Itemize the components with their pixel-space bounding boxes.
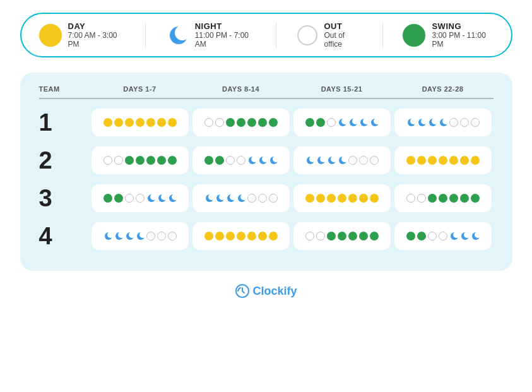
night-dot xyxy=(327,156,336,165)
day-dot xyxy=(439,156,447,165)
night-dot xyxy=(417,118,426,127)
dot-cell xyxy=(92,146,189,174)
col-days1: DAYS 1-7 xyxy=(90,85,191,93)
day-dot xyxy=(338,194,346,203)
legend-text-out: OUT Out of office xyxy=(324,21,362,49)
night-dot xyxy=(114,232,123,241)
legend-item-swing: SWING 3:00 PM - 11:00 PM xyxy=(403,21,493,49)
night-dot xyxy=(439,118,447,127)
swing-dot xyxy=(449,194,458,203)
table-row: 3 xyxy=(39,182,494,214)
dot-cell xyxy=(192,146,290,174)
out-dot xyxy=(226,156,235,165)
out-dot xyxy=(146,232,155,241)
legend-item-day: DAY 7:00 AM - 3:00 PM xyxy=(39,21,125,49)
day-dot xyxy=(103,118,112,127)
night-dot xyxy=(406,118,415,127)
legend-text-night: NIGHT 11:00 PM - 7:00 AM xyxy=(195,21,256,49)
table-row: 2 xyxy=(39,145,494,176)
out-dot xyxy=(258,194,267,203)
dot-cell xyxy=(92,184,189,212)
dot-cell xyxy=(192,222,290,250)
dot-cell xyxy=(293,222,391,250)
night-dot xyxy=(338,118,346,127)
night-dot xyxy=(258,156,267,165)
day-dot xyxy=(215,232,224,241)
out-dot xyxy=(327,118,336,127)
out-dot xyxy=(114,156,123,165)
day-dot xyxy=(370,194,379,203)
out-dot xyxy=(157,232,166,241)
legend-item-out: OUT Out of office xyxy=(297,21,362,49)
night-dot xyxy=(428,118,437,127)
night-dot xyxy=(168,194,177,203)
out-dot xyxy=(359,156,368,165)
day-dot xyxy=(258,232,267,241)
out-dot xyxy=(125,194,134,203)
swing-dot xyxy=(460,194,469,203)
night-dot xyxy=(359,118,368,127)
out-dot xyxy=(370,156,379,165)
divider-3 xyxy=(382,23,383,48)
schedule-header: TEAM DAYS 1-7 DAYS 8-14 DAYS 15-21 DAYS … xyxy=(39,85,494,99)
out-dot xyxy=(449,118,458,127)
night-dot xyxy=(348,118,357,127)
swing-dot xyxy=(136,156,145,165)
dot-cell xyxy=(394,184,492,212)
swing-dot xyxy=(258,118,267,127)
night-dot xyxy=(471,232,480,241)
swing-dot xyxy=(316,118,325,127)
table-row: 4 xyxy=(39,220,494,252)
night-dot xyxy=(305,156,314,165)
day-dot xyxy=(247,232,256,241)
night-dot xyxy=(237,194,245,203)
day-dot xyxy=(146,118,155,127)
out-dot xyxy=(168,232,177,241)
legend-text-day: DAY 7:00 AM - 3:00 PM xyxy=(68,21,125,49)
dot-cell xyxy=(293,184,391,212)
day-dot xyxy=(428,156,437,165)
out-dot xyxy=(417,194,426,203)
day-icon xyxy=(39,24,62,47)
day-title: DAY xyxy=(68,21,125,31)
night-dot xyxy=(146,194,155,203)
night-dot xyxy=(269,156,278,165)
out-title: OUT xyxy=(324,21,362,31)
swing-dot xyxy=(157,156,166,165)
out-dot xyxy=(215,118,224,127)
divider-1 xyxy=(145,23,146,48)
night-dot xyxy=(215,194,224,203)
day-dot xyxy=(305,194,314,203)
day-dot xyxy=(460,156,469,165)
dot-cell xyxy=(293,109,391,136)
dot-cell xyxy=(394,109,492,136)
legend-text-swing: SWING 3:00 PM - 11:00 PM xyxy=(432,21,493,49)
footer: Clockify xyxy=(235,283,297,299)
team-number: 1 xyxy=(39,110,90,134)
out-dot xyxy=(247,194,256,203)
night-title: NIGHT xyxy=(195,21,256,31)
schedule-rows: 1 2 xyxy=(39,107,494,252)
swing-dot xyxy=(370,232,379,241)
legend-item-night: NIGHT 11:00 PM - 7:00 AM xyxy=(166,21,256,49)
swing-dot xyxy=(204,156,213,165)
swing-dot xyxy=(114,194,123,203)
out-icon-wrap xyxy=(297,24,318,47)
dot-cell xyxy=(192,184,290,212)
swing-dot xyxy=(103,194,112,203)
night-sub: 11:00 PM - 7:00 AM xyxy=(195,31,256,49)
team-number: 2 xyxy=(39,148,90,172)
swing-dot xyxy=(471,194,480,203)
night-dot xyxy=(136,232,145,241)
day-sub: 7:00 AM - 3:00 PM xyxy=(68,31,125,49)
col-days3: DAYS 15-21 xyxy=(292,85,393,93)
swing-dot xyxy=(439,194,447,203)
night-dot xyxy=(449,232,458,241)
day-dot xyxy=(449,156,458,165)
dot-cell xyxy=(293,146,391,174)
out-sub: Out of office xyxy=(324,31,362,49)
swing-dot xyxy=(168,156,177,165)
swing-dot xyxy=(359,232,368,241)
col-team: TEAM xyxy=(39,85,90,93)
night-dot xyxy=(247,156,256,165)
